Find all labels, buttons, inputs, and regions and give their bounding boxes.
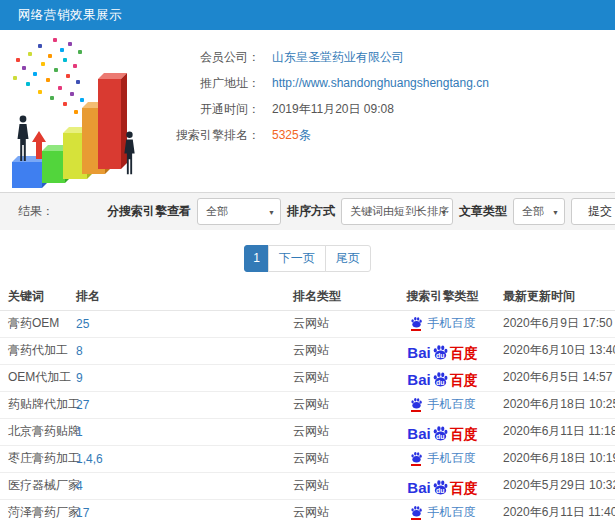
mobile-baidu-icon: 手机百度 bbox=[410, 450, 476, 467]
article-type-filter-label: 文章类型 bbox=[459, 203, 507, 220]
keyword-cell: 膏药代加工 bbox=[0, 337, 68, 364]
rank-link[interactable]: 25 bbox=[76, 317, 89, 331]
engine-cell: Bai du 百度 bbox=[390, 364, 495, 391]
rank-cell: 8 bbox=[68, 337, 285, 364]
member-fields: 会员公司： 山东皇圣堂药业有限公司 推广地址： http://www.shand… bbox=[162, 30, 615, 192]
field-rank-count: 搜索引擎排名： 5325条 bbox=[162, 122, 615, 148]
sort-filter-value: 关键词由短到长排序 bbox=[350, 204, 449, 219]
submit-button[interactable]: 提交 bbox=[571, 198, 615, 225]
rank-cell: 1 bbox=[68, 418, 285, 445]
rank-cell: 25 bbox=[68, 310, 285, 337]
keyword-cell: 枣庄膏药加工 bbox=[0, 445, 68, 472]
keyword-cell: 菏泽膏药厂家 bbox=[0, 499, 68, 520]
company-label: 会员公司： bbox=[200, 49, 260, 66]
rank-cell: 27 bbox=[68, 391, 285, 418]
col-engine-type: 搜索引擎类型 bbox=[390, 284, 495, 310]
rank-type-cell: 云网站 bbox=[285, 418, 390, 445]
rank-type-cell: 云网站 bbox=[285, 445, 390, 472]
sort-filter-label: 排序方式 bbox=[287, 203, 335, 220]
sort-filter-select[interactable]: 关键词由短到长排序 ▼ bbox=[341, 198, 453, 225]
chevron-down-icon: ▼ bbox=[268, 209, 275, 216]
updated-cell: 2020年6月11日 11:40 bbox=[495, 499, 615, 520]
rank-link[interactable]: 1,4,6 bbox=[76, 452, 103, 466]
rank-type-cell: 云网站 bbox=[285, 499, 390, 520]
table-row: 药贴牌代加工27云网站 手机百度2020年6月18日 10:25 bbox=[0, 391, 615, 418]
article-type-filter-value: 全部 bbox=[522, 204, 544, 219]
rank-link[interactable]: 9 bbox=[76, 371, 83, 385]
rank-count-label: 搜索引擎排名： bbox=[176, 127, 260, 144]
pagination-page-1[interactable]: 1 bbox=[244, 245, 269, 272]
field-open-time: 开通时间： 2019年11月20日 09:08 bbox=[162, 96, 615, 122]
updated-cell: 2020年5月29日 10:32 bbox=[495, 472, 615, 499]
results-table: 关键词 排名 排名类型 搜索引擎类型 最新更新时间 膏药OEM25云网站 手机百… bbox=[0, 284, 615, 520]
rank-link[interactable]: 8 bbox=[76, 344, 83, 358]
rank-count-suffix[interactable]: 条 bbox=[299, 128, 311, 142]
baidu-paw-icon: du bbox=[432, 371, 449, 389]
rank-type-cell: 云网站 bbox=[285, 391, 390, 418]
company-link[interactable]: 山东皇圣堂药业有限公司 bbox=[272, 49, 615, 66]
rank-link[interactable]: 1 bbox=[76, 425, 83, 439]
person-left-icon bbox=[15, 115, 31, 163]
table-header-row: 关键词 排名 排名类型 搜索引擎类型 最新更新时间 bbox=[0, 284, 615, 310]
pagination-last[interactable]: 尾页 bbox=[325, 245, 371, 272]
updated-cell: 2020年6月11日 11:18 bbox=[495, 418, 615, 445]
engine-filter-value: 全部 bbox=[206, 204, 228, 219]
engine-cell: 手机百度 bbox=[390, 445, 495, 472]
updated-cell: 2020年6月9日 17:50 bbox=[495, 310, 615, 337]
field-url: 推广地址： http://www.shandonghuangshengtang.… bbox=[162, 70, 615, 96]
rank-cell: 1,4,6 bbox=[68, 445, 285, 472]
baidu-paw-icon: du bbox=[432, 479, 449, 497]
engine-cell: Bai du 百度 bbox=[390, 418, 495, 445]
promotion-url-link[interactable]: http://www.shandonghuangshengtang.cn bbox=[272, 76, 615, 90]
article-type-filter-select[interactable]: 全部 ▼ bbox=[513, 198, 565, 225]
keyword-cell: OEM代加工 bbox=[0, 364, 68, 391]
page-title: 网络营销效果展示 bbox=[18, 8, 122, 22]
mobile-baidu-icon: 手机百度 bbox=[410, 396, 476, 413]
growth-arrow-icon bbox=[32, 131, 46, 159]
baidu-paw-icon bbox=[410, 451, 423, 466]
pagination-next[interactable]: 下一页 bbox=[268, 245, 326, 272]
updated-cell: 2020年6月18日 10:19 bbox=[495, 445, 615, 472]
engine-cell: Bai du 百度 bbox=[390, 337, 495, 364]
keyword-cell: 北京膏药贴牌 bbox=[0, 418, 68, 445]
baidu-paw-icon bbox=[410, 316, 423, 331]
baidu-paw-icon bbox=[410, 505, 423, 520]
keyword-cell: 药贴牌代加工 bbox=[0, 391, 68, 418]
engine-cell: Bai du 百度 bbox=[390, 472, 495, 499]
mobile-baidu-icon: 手机百度 bbox=[410, 315, 476, 332]
table-row: 枣庄膏药加工1,4,6云网站 手机百度2020年6月18日 10:19 bbox=[0, 445, 615, 472]
col-keyword: 关键词 bbox=[0, 284, 68, 310]
rank-type-cell: 云网站 bbox=[285, 337, 390, 364]
table-row: 膏药代加工8云网站 Bai du 百度2020年6月10日 13:40 bbox=[0, 337, 615, 364]
table-row: 北京膏药贴牌1云网站 Bai du 百度2020年6月11日 11:18 bbox=[0, 418, 615, 445]
keyword-cell: 医疗器械厂家 bbox=[0, 472, 68, 499]
engine-filter-select[interactable]: 全部 ▼ bbox=[197, 198, 281, 225]
open-time-label: 开通时间： bbox=[200, 101, 260, 118]
baidu-logo-icon: Bai du 百度 bbox=[407, 477, 477, 495]
rank-type-cell: 云网站 bbox=[285, 364, 390, 391]
filter-bar: 结果： 分搜索引擎查看 全部 ▼ 排序方式 关键词由短到长排序 ▼ 文章类型 全… bbox=[0, 192, 615, 230]
rank-cell: 17 bbox=[68, 499, 285, 520]
rank-link[interactable]: 4 bbox=[76, 479, 83, 493]
rank-cell: 4 bbox=[68, 472, 285, 499]
updated-cell: 2020年6月10日 13:40 bbox=[495, 337, 615, 364]
col-updated: 最新更新时间 bbox=[495, 284, 615, 310]
baidu-paw-icon: du bbox=[432, 344, 449, 362]
engine-cell: 手机百度 bbox=[390, 499, 495, 520]
field-company: 会员公司： 山东皇圣堂药业有限公司 bbox=[162, 44, 615, 70]
rank-cell: 9 bbox=[68, 364, 285, 391]
chevron-down-icon: ▼ bbox=[440, 209, 447, 216]
mobile-baidu-icon: 手机百度 bbox=[410, 504, 476, 520]
baidu-paw-icon bbox=[410, 397, 423, 412]
open-time-value: 2019年11月20日 09:08 bbox=[272, 101, 615, 118]
filter-controls: 分搜索引擎查看 全部 ▼ 排序方式 关键词由短到长排序 ▼ 文章类型 全部 ▼ … bbox=[107, 198, 615, 225]
marketing-growth-illustration bbox=[2, 38, 162, 190]
rank-link[interactable]: 17 bbox=[76, 506, 89, 520]
table-row: OEM代加工9云网站 Bai du 百度2020年6月5日 14:57 bbox=[0, 364, 615, 391]
table-row: 膏药OEM25云网站 手机百度2020年6月9日 17:50 bbox=[0, 310, 615, 337]
bar-red bbox=[98, 79, 121, 169]
col-rank: 排名 bbox=[68, 284, 285, 310]
member-info-section: 会员公司： 山东皇圣堂药业有限公司 推广地址： http://www.shand… bbox=[0, 30, 615, 192]
rank-link[interactable]: 27 bbox=[76, 398, 89, 412]
chevron-down-icon: ▼ bbox=[552, 209, 559, 216]
